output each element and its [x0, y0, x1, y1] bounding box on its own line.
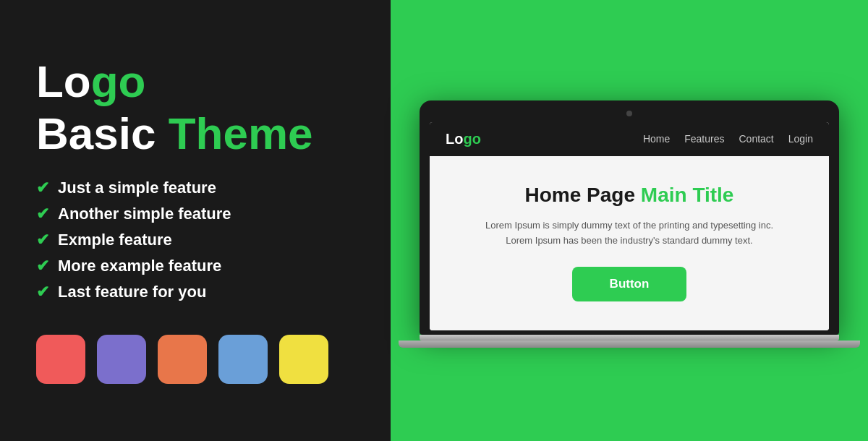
- feature-label: Last feature for you: [58, 283, 206, 301]
- navbar-logo: Logo: [446, 131, 481, 147]
- check-icon: ✔: [36, 205, 49, 223]
- laptop-mockup: Logo Home Features Contact Login Home Pa…: [420, 100, 839, 348]
- navbar-logo-part1: Lo: [446, 131, 463, 147]
- check-icon: ✔: [36, 283, 49, 301]
- laptop-navbar: Logo Home Features Contact Login: [430, 122, 829, 156]
- navbar-logo-part2: go: [463, 131, 480, 147]
- logo-part2: go: [91, 56, 146, 106]
- laptop-camera: [626, 111, 632, 116]
- list-item: ✔ Exmple feature: [36, 231, 354, 249]
- check-icon: ✔: [36, 231, 49, 249]
- right-panel: Logo Home Features Contact Login Home Pa…: [391, 0, 868, 441]
- swatch-blue[interactable]: [218, 335, 268, 384]
- hero-title-part1: Home Page: [525, 184, 641, 206]
- swatch-purple[interactable]: [97, 335, 146, 384]
- hero-button[interactable]: Button: [572, 267, 687, 301]
- hero-title-part2: Main Title: [641, 184, 734, 206]
- laptop-screen: Logo Home Features Contact Login Home Pa…: [430, 122, 829, 331]
- check-icon: ✔: [36, 179, 49, 197]
- feature-label: Another simple feature: [58, 205, 231, 223]
- feature-label: Exmple feature: [58, 231, 172, 249]
- swatch-orange[interactable]: [158, 335, 207, 384]
- laptop-hinge: [420, 335, 839, 341]
- nav-item-home[interactable]: Home: [643, 133, 670, 145]
- list-item: ✔ Last feature for you: [36, 283, 354, 301]
- laptop-hero: Home Page Main Title Lorem Ipsum is simp…: [430, 156, 829, 331]
- laptop-screen-outer: Logo Home Features Contact Login Home Pa…: [420, 100, 839, 335]
- feature-label: More example feature: [58, 257, 221, 275]
- subtitle-part2: Theme: [169, 108, 313, 158]
- list-item: ✔ More example feature: [36, 257, 354, 275]
- nav-item-features[interactable]: Features: [684, 133, 724, 145]
- list-item: ✔ Another simple feature: [36, 205, 354, 223]
- subtitle-part1: Basic: [36, 108, 169, 158]
- swatch-yellow[interactable]: [279, 335, 328, 384]
- check-icon: ✔: [36, 257, 49, 275]
- nav-item-login[interactable]: Login: [788, 133, 813, 145]
- logo-part1: Lo: [36, 56, 91, 106]
- navbar-links: Home Features Contact Login: [643, 133, 813, 145]
- nav-item-contact[interactable]: Contact: [739, 133, 773, 145]
- laptop-foot: [399, 341, 860, 348]
- color-swatches: [36, 335, 354, 384]
- hero-title: Home Page Main Title: [451, 184, 807, 207]
- features-list: ✔ Just a simple feature ✔ Another simple…: [36, 179, 354, 309]
- feature-label: Just a simple feature: [58, 179, 216, 197]
- logo-heading: Logo: [36, 57, 354, 106]
- swatch-red[interactable]: [36, 335, 85, 384]
- hero-body: Lorem Ipsum is simply dummy text of the …: [477, 218, 781, 249]
- subtitle-heading: Basic Theme: [36, 109, 354, 158]
- list-item: ✔ Just a simple feature: [36, 179, 354, 197]
- left-panel: Logo Basic Theme ✔ Just a simple feature…: [0, 0, 391, 441]
- laptop-base: [420, 335, 839, 348]
